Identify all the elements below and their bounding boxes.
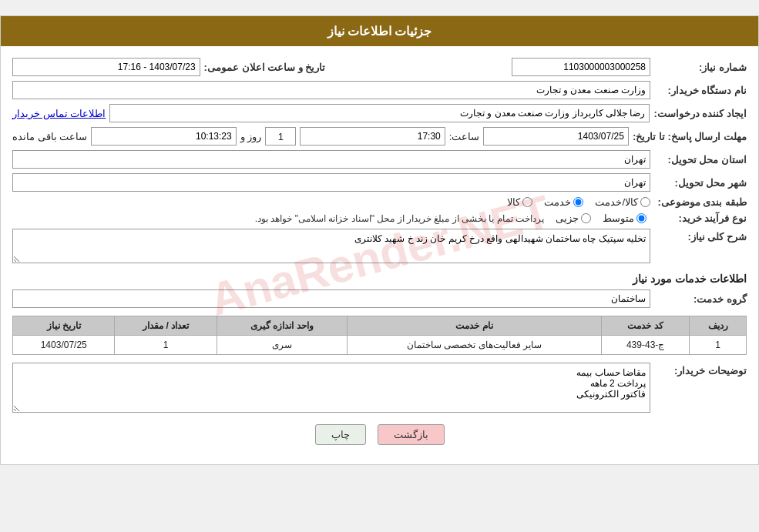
city-label: شهر محل تحویل: bbox=[654, 177, 747, 189]
service-group-input[interactable] bbox=[12, 289, 650, 308]
category-label-khedmat: خدمت bbox=[544, 196, 571, 208]
purchase-type-label-jozi: جزیی bbox=[556, 212, 579, 224]
send-date-time-label: ساعت: bbox=[449, 131, 480, 142]
table-row: 1 ج-43-439 سایر فعالیت‌های تخصصی ساختمان… bbox=[13, 336, 747, 355]
service-group-label: گروه خدمت: bbox=[654, 293, 747, 305]
creator-contact-link[interactable]: اطلاعات تماس خریدار bbox=[12, 108, 106, 119]
need-number-input[interactable] bbox=[512, 58, 650, 76]
row-need-desc: شرح کلی نیاز: تخلیه سپتیک چاه ساختمان شه… bbox=[12, 229, 747, 263]
buyer-org-input[interactable] bbox=[12, 81, 650, 99]
category-radio-kala-khedmat[interactable]: کالا/خدمت bbox=[595, 196, 650, 208]
province-label: استان محل تحویل: bbox=[654, 154, 747, 166]
col-quantity: تعداد / مقدار bbox=[115, 316, 217, 336]
col-unit: واحد اندازه گیری bbox=[217, 316, 348, 336]
need-desc-label: شرح کلی نیاز: bbox=[654, 229, 747, 243]
province-input[interactable] bbox=[12, 150, 650, 169]
col-row: ردیف bbox=[690, 316, 747, 336]
row-buyer-org: نام دستگاه خریدار: bbox=[12, 81, 747, 99]
row-city: شهر محل تحویل: bbox=[12, 173, 747, 192]
row-creator: ایجاد کننده درخواست: اطلاعات تماس خریدار bbox=[12, 104, 747, 122]
col-date: تاریخ نیاز bbox=[13, 316, 115, 336]
col-service-code: کد خدمت bbox=[602, 316, 690, 336]
cell-quantity: 1 bbox=[115, 336, 217, 355]
creator-label: ایجاد کننده درخواست: bbox=[653, 108, 747, 119]
buyer-notes-textarea[interactable]: مقاضا حساب بیمه پرداخت 2 ماهه فاکتور الک… bbox=[12, 363, 650, 413]
row-category: طبقه بندی موضوعی: کالا/خدمت خدمت کالا bbox=[12, 196, 747, 208]
purchase-type-radio-jozi-input[interactable] bbox=[581, 213, 591, 223]
send-date-days-label: روز و bbox=[240, 131, 262, 142]
category-radio-khedmat[interactable]: خدمت bbox=[544, 196, 583, 208]
content-area: AnaRender.NET شماره نیاز: تاریخ و ساعت ا… bbox=[1, 46, 758, 464]
row-province: استان محل تحویل: bbox=[12, 150, 747, 169]
category-radio-group: کالا/خدمت خدمت کالا bbox=[507, 196, 650, 208]
purchase-type-radio-group: متوسط جزیی bbox=[556, 212, 646, 224]
category-label: طبقه بندی موضوعی: bbox=[654, 196, 747, 208]
announcement-date-input[interactable] bbox=[12, 58, 200, 76]
back-button[interactable]: بازگشت bbox=[378, 424, 445, 445]
services-section-title: اطلاعات خدمات مورد نیاز bbox=[12, 273, 747, 285]
category-radio-kala-input[interactable] bbox=[522, 197, 532, 207]
cell-row: 1 bbox=[690, 336, 747, 355]
cell-unit: سری bbox=[217, 336, 348, 355]
send-date-remaining-input[interactable] bbox=[91, 127, 236, 146]
row-need-number: شماره نیاز: تاریخ و ساعت اعلان عمومی: bbox=[12, 58, 747, 76]
category-radio-kala-khedmat-input[interactable] bbox=[640, 197, 650, 207]
cell-service-name: سایر فعالیت‌های تخصصی ساختمان bbox=[348, 336, 602, 355]
button-row: بازگشت چاپ bbox=[12, 424, 747, 445]
category-radio-khedmat-input[interactable] bbox=[573, 197, 583, 207]
row-service-group: گروه خدمت: bbox=[12, 289, 747, 308]
page-title: جزئیات اطلاعات نیاز bbox=[327, 25, 432, 38]
category-label-kala-khedmat: کالا/خدمت bbox=[595, 196, 638, 208]
announcement-date-label: تاریخ و ساعت اعلان عمومی: bbox=[204, 62, 326, 73]
city-input[interactable] bbox=[12, 173, 650, 192]
purchase-type-label-motavaset: متوسط bbox=[603, 212, 634, 224]
cell-service-code: ج-43-439 bbox=[602, 336, 690, 355]
need-desc-textarea[interactable]: تخلیه سپتیک چاه ساختمان شهیدالهی واقع در… bbox=[12, 229, 650, 263]
purchase-type-label: نوع فرآیند خرید: bbox=[654, 212, 747, 224]
print-button[interactable]: چاپ bbox=[315, 424, 366, 445]
page-header: جزئیات اطلاعات نیاز bbox=[1, 16, 758, 46]
col-service-name: نام خدمت bbox=[348, 316, 602, 336]
cell-date: 1403/07/25 bbox=[13, 336, 115, 355]
row-buyer-notes: توضیحات خریدار: مقاضا حساب بیمه پرداخت 2… bbox=[12, 363, 747, 413]
buyer-org-label: نام دستگاه خریدار: bbox=[654, 85, 747, 96]
category-radio-kala[interactable]: کالا bbox=[507, 196, 532, 208]
row-send-date: مهلت ارسال پاسخ: تا تاریخ: ساعت: 1 روز و… bbox=[12, 127, 747, 146]
buyer-notes-label: توضیحات خریدار: bbox=[654, 363, 747, 376]
send-date-days-input-value: 1 bbox=[265, 127, 296, 146]
purchase-type-radio-jozi[interactable]: جزیی bbox=[556, 212, 591, 224]
purchase-note: پرداخت تمام یا بخشی از مبلغ خریدار از مح… bbox=[255, 213, 544, 224]
category-label-kala: کالا bbox=[507, 196, 520, 208]
send-date-date-input[interactable] bbox=[483, 127, 628, 146]
need-number-label: شماره نیاز: bbox=[654, 62, 747, 73]
row-purchase-type: نوع فرآیند خرید: متوسط جزیی پرداخت تمام … bbox=[12, 212, 747, 224]
services-table: ردیف کد خدمت نام خدمت واحد اندازه گیری ت… bbox=[12, 316, 747, 355]
creator-input[interactable] bbox=[109, 104, 650, 122]
send-date-remaining-label: ساعت باقی مانده bbox=[12, 131, 87, 142]
send-date-label: مهلت ارسال پاسخ: تا تاریخ: bbox=[633, 131, 747, 142]
page-wrapper: جزئیات اطلاعات نیاز AnaRender.NET شماره … bbox=[0, 15, 759, 465]
purchase-type-radio-motavaset[interactable]: متوسط bbox=[603, 212, 646, 224]
services-table-section: ردیف کد خدمت نام خدمت واحد اندازه گیری ت… bbox=[12, 316, 747, 355]
purchase-type-radio-motavaset-input[interactable] bbox=[636, 213, 646, 223]
send-date-time-input[interactable] bbox=[300, 127, 445, 146]
